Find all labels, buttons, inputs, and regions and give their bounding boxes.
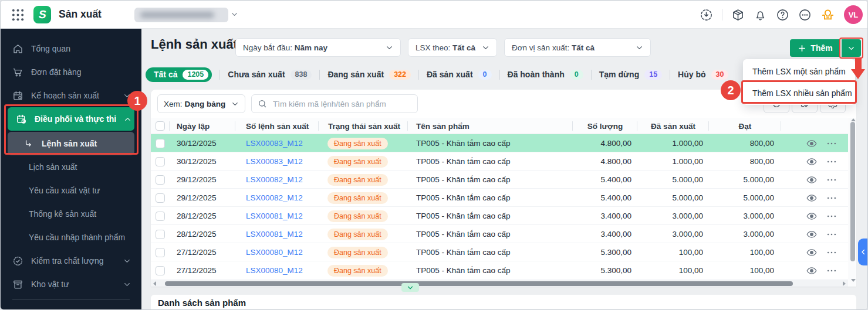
column-header[interactable]: Đã sản xuất	[637, 118, 709, 134]
column-header[interactable]: Trạng thái sản xuất	[319, 118, 408, 134]
search-input[interactable]	[272, 99, 411, 109]
row-checkbox[interactable]	[156, 266, 165, 275]
row-more-icon[interactable]	[826, 210, 837, 222]
order-code-link[interactable]: LSX00083_M12	[246, 157, 303, 166]
row-checkbox[interactable]	[156, 248, 165, 257]
avatar[interactable]: VL	[844, 5, 863, 24]
help-icon[interactable]	[776, 8, 789, 22]
table-row-7[interactable]: 27/12/2025LSX00080_M12Đang sản xuấtTP005…	[151, 243, 848, 261]
sidebar-item-label: Yêu cầu nhập thành phẩm	[29, 233, 131, 242]
sidebar-item-3[interactable]: Kế hoạch sản xuất	[1, 84, 141, 107]
scroll-down-arrow[interactable]	[851, 279, 856, 282]
status-tab-4[interactable]: Đã sản xuất0	[427, 70, 492, 80]
more-icon[interactable]	[798, 8, 812, 22]
row-checkbox[interactable]	[156, 139, 165, 148]
row-more-icon[interactable]	[826, 229, 837, 240]
redacted-text	[140, 12, 214, 18]
table-row-1[interactable]: 30/12/2025LSX00083_M12Đang sản xuấtTP005…	[151, 134, 848, 152]
vertical-scrollbar[interactable]	[849, 118, 856, 287]
status-tab-3[interactable]: Đang sản xuất322	[327, 70, 411, 80]
row-more-icon[interactable]	[826, 174, 837, 186]
divider	[670, 70, 670, 80]
filter-dropdown-3[interactable]: Đơn vị sản xuất: Tất cả	[504, 38, 651, 57]
scroll-up-arrow[interactable]	[851, 118, 856, 121]
order-code-link[interactable]: LSX00083_M12	[246, 139, 303, 148]
order-code-link[interactable]: LSX00080_M12	[246, 266, 303, 275]
view-icon[interactable]	[806, 265, 818, 277]
row-checkbox[interactable]	[156, 193, 165, 203]
table-row-5[interactable]: 28/12/2025LSX00081_M12Đang sản xuấtTP005…	[151, 207, 848, 225]
add-menu-item-1[interactable]: Thêm LSX một sản phẩm	[743, 60, 855, 82]
app-launcher-icon[interactable]	[11, 8, 25, 22]
workspace-selector[interactable]	[134, 8, 228, 22]
view-icon[interactable]	[806, 156, 818, 168]
sidebar-item-2[interactable]: Đơn đặt hàng	[1, 60, 141, 84]
table-row-4[interactable]: 29/12/2025LSX00082_M12Đang sản xuấtTP005…	[151, 189, 848, 207]
column-header[interactable]: Số lượng	[573, 118, 637, 134]
sidebar-item-label: Kho vật tư	[31, 280, 116, 289]
column-header[interactable]: Tên sản phẩm	[408, 118, 573, 134]
sidebar-item-6[interactable]: Lịch sản xuất	[1, 155, 141, 179]
chevron-down-icon	[123, 257, 131, 265]
view-icon[interactable]	[806, 210, 818, 222]
tab-count: 0	[570, 70, 583, 80]
row-checkbox[interactable]	[156, 157, 165, 166]
row-checkbox[interactable]	[156, 230, 165, 239]
select-all-checkbox[interactable]	[156, 121, 165, 131]
tips-lamp-icon[interactable]	[820, 8, 835, 22]
cell-quantity: 5.400,00	[573, 189, 637, 207]
status-tab-7[interactable]: Hủy bỏ30	[678, 70, 728, 80]
order-code-link[interactable]: LSX00082_M12	[246, 193, 303, 202]
view-icon[interactable]	[806, 247, 818, 258]
row-more-icon[interactable]	[826, 138, 837, 149]
row-more-icon[interactable]	[826, 156, 837, 168]
table-row-3[interactable]: 29/12/2025LSX00082_M12Đang sản xuấtTP005…	[151, 171, 848, 189]
column-header[interactable]: Số lệnh sản xuất	[235, 118, 319, 134]
sidebar-item-1[interactable]: Tổng quan	[1, 37, 141, 60]
horizontal-scrollbar[interactable]	[151, 280, 848, 287]
sidebar-item-10[interactable]: Kiểm tra chất lượng	[1, 249, 141, 272]
collapse-section-button[interactable]	[401, 283, 419, 292]
package-icon[interactable]	[731, 8, 745, 22]
filter-dropdown-1[interactable]: Ngày bắt đầu: Năm nay	[235, 38, 401, 57]
row-more-icon[interactable]	[826, 192, 837, 204]
view-icon[interactable]	[806, 192, 818, 204]
row-more-icon[interactable]	[826, 265, 837, 277]
bell-icon[interactable]	[754, 8, 767, 22]
view-icon[interactable]	[806, 229, 818, 240]
cell-quantity: 4.800,00	[573, 134, 637, 152]
row-more-icon[interactable]	[826, 247, 837, 258]
filter-dropdown-2[interactable]: LSX theo: Tất cả	[408, 38, 497, 57]
order-code-link[interactable]: LSX00081_M12	[246, 230, 303, 239]
status-tab-5[interactable]: Đã hoàn thành0	[508, 70, 583, 80]
sidebar-item-9[interactable]: Yêu cầu nhập thành phẩm	[1, 226, 141, 249]
add-button[interactable]: Thêm	[790, 39, 840, 57]
sidebar-item-11[interactable]: Kho vật tư	[1, 272, 141, 296]
scroll-left-arrow[interactable]	[153, 281, 156, 286]
view-mode-select[interactable]: Xem: Dạng bảng	[157, 94, 245, 113]
order-code-link[interactable]: LSX00082_M12	[246, 175, 303, 184]
download-center-icon[interactable]	[700, 8, 713, 22]
status-tab-2[interactable]: Chưa sản xuất838	[228, 70, 312, 80]
scroll-right-arrow[interactable]	[843, 281, 846, 286]
side-panel-handle[interactable]	[858, 239, 868, 265]
status-tab-1[interactable]: Tất cả1205	[146, 67, 212, 82]
chevron-down-icon[interactable]	[231, 11, 238, 18]
cell-quantity: 5.400,00	[573, 171, 637, 189]
order-code-link[interactable]: LSX00081_M12	[246, 212, 303, 220]
table-row-6[interactable]: 28/12/2025LSX00081_M12Đang sản xuấtTP005…	[151, 225, 848, 243]
vertical-scroll-thumb[interactable]	[850, 122, 855, 261]
sidebar-item-8[interactable]: Thống kê sản xuất	[1, 202, 141, 226]
column-header[interactable]: Đạt	[709, 118, 781, 134]
row-checkbox[interactable]	[156, 212, 165, 221]
table-row-2[interactable]: 30/12/2025LSX00083_M12Đang sản xuấtTP005…	[151, 152, 848, 171]
sidebar-item-7[interactable]: Yêu cầu xuất vật tư	[1, 179, 141, 202]
view-icon[interactable]	[806, 138, 818, 149]
row-checkbox[interactable]	[156, 175, 165, 185]
column-header[interactable]: Ngày lập	[170, 118, 235, 134]
order-code-link[interactable]: LSX00080_M12	[246, 248, 303, 257]
table-row-8[interactable]: 27/12/2025LSX00080_M12Đang sản xuấtTP005…	[151, 261, 848, 280]
status-tab-6[interactable]: Tạm dừng15	[599, 70, 662, 80]
horizontal-scroll-thumb[interactable]	[165, 281, 793, 286]
view-icon[interactable]	[806, 174, 818, 186]
